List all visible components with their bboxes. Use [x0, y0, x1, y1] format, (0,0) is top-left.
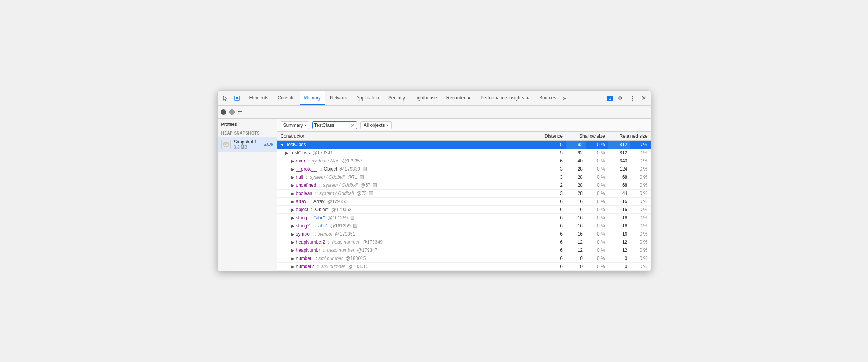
toolbar-left-icons — [221, 94, 242, 103]
constructor-name: TestClass — [290, 150, 310, 155]
expand-icon[interactable]: ▶ — [291, 256, 294, 261]
neutral-box-icon — [363, 167, 367, 171]
tab-lighthouse[interactable]: Lighthouse — [410, 91, 442, 105]
table-row[interactable]: ▶ __proto__ :: Object @179339 3 28 — [277, 165, 651, 173]
more-options-button[interactable]: ⋮ — [627, 93, 638, 104]
shallow-size-cell: 0 — [566, 254, 586, 263]
stop-button[interactable]: ⊘ — [229, 109, 235, 115]
filter-input-wrap: ✕ — [312, 121, 357, 129]
expand-icon[interactable]: ▶ — [291, 248, 294, 253]
table-row[interactable]: ▶ array :: Array @179355 6 16 0 % 16 — [277, 198, 651, 206]
heap-table: Constructor Distance Shallow size Retain… — [277, 132, 651, 271]
retained-size-cell: 44 — [608, 190, 631, 198]
tab-security[interactable]: Security — [384, 91, 410, 105]
inspect-icon[interactable] — [232, 94, 242, 103]
retained-pct-cell: 0 % — [630, 214, 650, 222]
record-button[interactable] — [221, 109, 226, 115]
tab-console[interactable]: Console — [273, 91, 300, 105]
cursor-icon[interactable] — [221, 94, 230, 103]
filter-clear-button[interactable]: ✕ — [351, 123, 355, 128]
table-row[interactable]: ▶ boolean :: system / Oddball @73 3 28 — [277, 190, 651, 198]
snapshot-icon — [221, 140, 231, 149]
expand-icon[interactable]: ▶ — [291, 159, 294, 163]
filter-input[interactable] — [314, 123, 349, 128]
table-row[interactable]: ▶ undefined :: system / Oddball @67 2 28 — [277, 181, 651, 190]
expand-icon[interactable]: ▶ — [291, 224, 294, 228]
distance-cell: 6 — [532, 222, 566, 230]
expand-icon[interactable]: ▶ — [291, 208, 294, 212]
clear-profiles-button[interactable]: 🗑 — [238, 109, 243, 115]
table-row[interactable]: ▶ TestClass @179341 5 92 0 % 812 0 % — [277, 149, 651, 157]
retained-size-cell: 68 — [608, 173, 631, 181]
tab-performance[interactable]: Performance insights ▲ — [476, 91, 534, 105]
table-row[interactable]: ▶ string :: "abc" @161259 6 16 0 — [277, 214, 651, 222]
constructor-cell: ▶ array :: Array @179355 — [277, 198, 532, 206]
retained-size-cell: 16 — [608, 198, 631, 206]
table-row[interactable]: ▶ symbol :: symbol @179351 6 16 0 % 1 — [277, 230, 651, 238]
neutral-box-icon — [351, 216, 354, 220]
table-row[interactable]: ▶ number2 :: smi number @183015 6 0 0 % — [277, 263, 651, 271]
retained-size-cell: 0 — [608, 263, 631, 271]
shallow-pct-cell: 0 % — [586, 263, 608, 271]
top-toolbar: Elements Console Memory Network Applicat… — [218, 91, 651, 106]
type-info: system / Map — [312, 158, 339, 164]
constructor-cell: ▶ object :: Object @179353 — [277, 206, 532, 214]
objects-dropdown[interactable]: All objects ▾ — [360, 121, 392, 129]
expand-icon[interactable]: ▶ — [291, 183, 294, 188]
table-row[interactable]: ▼ TestClass 5 92 0 % 812 0 % — [277, 141, 651, 149]
tab-elements[interactable]: Elements — [245, 91, 273, 105]
prop-name: null — [296, 174, 303, 180]
expand-icon[interactable]: ▶ — [291, 216, 294, 220]
retained-size-cell: 16 — [608, 230, 631, 238]
table-row[interactable]: ▶ number :: smi number @183015 6 0 0 % — [277, 254, 651, 263]
shallow-size-cell: 16 — [566, 206, 586, 214]
expand-icon[interactable]: ▶ — [291, 167, 294, 171]
retained-pct-cell: 0 % — [630, 246, 650, 254]
type-sep: :: — [318, 166, 322, 172]
table-row[interactable]: ▶ map :: system / Map @179357 6 40 0 % — [277, 157, 651, 165]
expand-icon[interactable]: ▶ — [291, 265, 294, 269]
expand-icon[interactable]: ▶ — [291, 240, 294, 244]
constructor-cell: ▶ undefined :: system / Oddball @67 — [277, 181, 532, 190]
tab-sources[interactable]: Sources — [534, 91, 561, 105]
constructor-cell: ▶ map :: system / Map @179357 — [277, 157, 532, 165]
type-info: symbol — [318, 231, 332, 237]
shallow-pct-cell: 0 % — [586, 246, 608, 254]
summary-dropdown[interactable]: Summary ▾ — [281, 121, 309, 129]
more-tabs-button[interactable]: » — [561, 91, 568, 105]
snapshot-item[interactable]: Snapshot 1 3.3 MB Save — [218, 137, 277, 152]
table-row[interactable]: ▶ heapNumber2 :: heap number @179349 6 1… — [277, 238, 651, 246]
settings-button[interactable]: ⚙ — [615, 93, 626, 104]
close-button[interactable]: ✕ — [640, 94, 648, 102]
expand-icon[interactable]: ▶ — [285, 151, 288, 155]
shallow-size-cell: 40 — [566, 157, 586, 165]
distance-cell: 3 — [532, 173, 566, 181]
prop-name: heapNumber2 — [296, 239, 325, 245]
shallow-size-cell: 16 — [566, 214, 586, 222]
table-row[interactable]: ▶ heapNumbr :: heap number @179347 6 12 … — [277, 246, 651, 254]
expand-icon[interactable]: ▼ — [281, 143, 284, 147]
retained-size-cell: 812 — [608, 141, 631, 149]
expand-icon[interactable]: ▶ — [291, 200, 294, 204]
tab-network[interactable]: Network — [325, 91, 352, 105]
expand-icon[interactable]: ▶ — [291, 175, 294, 179]
prop-name: map — [296, 158, 305, 164]
type-info: heap number — [327, 248, 354, 253]
tab-application[interactable]: Application — [352, 91, 384, 105]
table-row[interactable]: ▶ object :: Object @179353 6 16 0 % 1 — [277, 206, 651, 214]
expand-icon[interactable]: ▶ — [291, 191, 294, 196]
tab-recorder[interactable]: Recorder ▲ — [442, 91, 476, 105]
table-row[interactable]: ▶ string2 :: "abc" @161259 6 16 — [277, 222, 651, 230]
table-row[interactable]: ▶ null :: system / Oddball @71 3 28 — [277, 173, 651, 181]
shallow-pct-cell: 0 % — [586, 214, 608, 222]
notification-badge[interactable]: 1 — [607, 96, 613, 101]
expand-icon[interactable]: ▶ — [291, 232, 294, 236]
retained-size-cell: 12 — [608, 238, 631, 246]
address: @183015 — [344, 256, 366, 261]
address: @179341 — [311, 150, 333, 155]
tab-memory[interactable]: Memory — [300, 91, 325, 105]
prop-name: number2 — [296, 264, 314, 269]
snapshot-name: Snapshot 1 — [234, 139, 260, 145]
save-link[interactable]: Save — [263, 142, 273, 147]
constructor-cell: ▶ heapNumbr :: heap number @179347 — [277, 246, 532, 254]
